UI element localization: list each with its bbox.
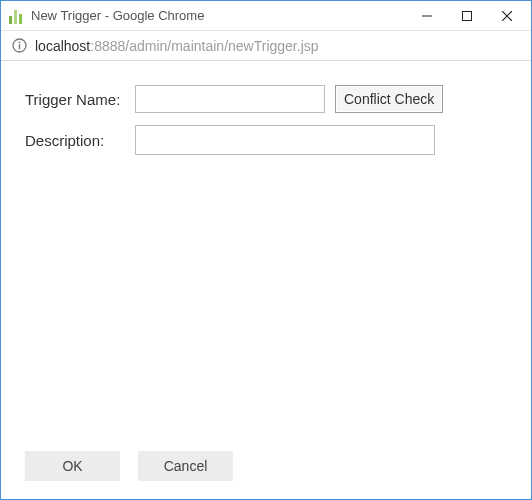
svg-rect-6 <box>18 44 19 49</box>
svg-rect-1 <box>463 11 472 20</box>
url-path: :8888/admin/maintain/newTrigger.jsp <box>90 38 318 54</box>
address-bar[interactable]: localhost:8888/admin/maintain/newTrigger… <box>1 31 531 61</box>
url-text: localhost:8888/admin/maintain/newTrigger… <box>35 38 319 54</box>
cancel-button[interactable]: Cancel <box>138 451 233 481</box>
maximize-button[interactable] <box>447 2 487 30</box>
description-label: Description: <box>25 132 135 149</box>
url-host: localhost <box>35 38 90 54</box>
trigger-name-label: Trigger Name: <box>25 91 135 108</box>
window-titlebar: New Trigger - Google Chrome <box>1 1 531 31</box>
dialog-footer: OK Cancel <box>25 451 507 481</box>
maximize-icon <box>462 11 472 21</box>
ok-button[interactable]: OK <box>25 451 120 481</box>
page-content: Trigger Name: Conflict Check Description… <box>1 61 531 499</box>
close-button[interactable] <box>487 2 527 30</box>
minimize-icon <box>422 11 432 21</box>
trigger-name-row: Trigger Name: Conflict Check <box>25 85 507 113</box>
trigger-name-input[interactable] <box>135 85 325 113</box>
conflict-check-button[interactable]: Conflict Check <box>335 85 443 113</box>
site-info-icon[interactable] <box>11 38 27 54</box>
content-spacer <box>25 167 507 451</box>
window-controls <box>407 2 527 30</box>
window-title: New Trigger - Google Chrome <box>31 8 407 23</box>
info-icon <box>12 38 27 53</box>
svg-point-5 <box>18 41 20 43</box>
description-input[interactable] <box>135 125 435 155</box>
close-icon <box>502 11 512 21</box>
minimize-button[interactable] <box>407 2 447 30</box>
description-row: Description: <box>25 125 507 155</box>
app-icon <box>9 8 25 24</box>
